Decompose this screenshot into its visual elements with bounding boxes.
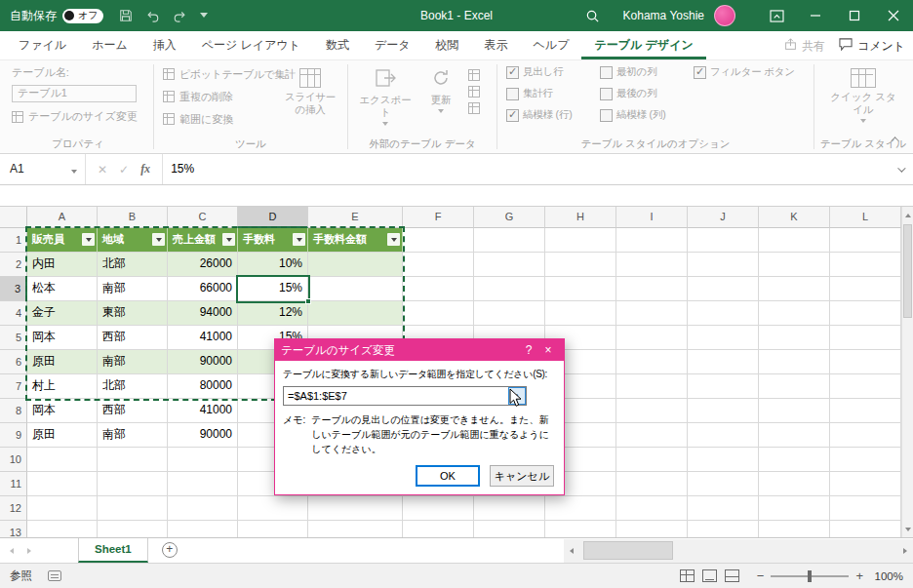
style-option-2[interactable]: 集計行 <box>506 87 594 100</box>
cell-F2[interactable] <box>403 253 474 277</box>
tab-テーブル デザイン[interactable]: テーブル デザイン <box>581 31 705 59</box>
quick-styles-button[interactable]: クイック スタイル <box>825 65 901 123</box>
cell-K4[interactable] <box>759 301 830 326</box>
cell-I1[interactable] <box>616 228 688 253</box>
row-header-13[interactable]: 13 <box>0 521 27 537</box>
horizontal-scrollbar-track[interactable] <box>579 539 897 563</box>
cell-F4[interactable] <box>403 301 474 326</box>
cell-B5[interactable]: 西部 <box>98 326 168 350</box>
add-sheet-button[interactable]: + <box>162 542 178 558</box>
cell-J3[interactable] <box>688 277 759 301</box>
cell-B13[interactable] <box>98 521 168 537</box>
collapse-ribbon-button[interactable] <box>890 134 903 145</box>
cell-K6[interactable] <box>759 350 830 374</box>
row-header-1[interactable]: 1 <box>0 228 27 253</box>
filter-button-E[interactable] <box>387 233 400 246</box>
redo-icon[interactable] <box>173 9 187 22</box>
open-in-browser-icon[interactable] <box>468 86 480 98</box>
tab-データ[interactable]: データ <box>362 31 423 59</box>
column-header-F[interactable]: F <box>403 207 474 228</box>
cell-C11[interactable] <box>168 472 238 496</box>
cell-E1[interactable]: 手数料金額 <box>308 228 403 253</box>
cell-B10[interactable] <box>98 448 168 472</box>
cell-D13[interactable] <box>238 521 308 537</box>
row-header-7[interactable]: 7 <box>0 374 27 399</box>
cell-L1[interactable] <box>830 228 901 253</box>
tab-挿入[interactable]: 挿入 <box>140 31 189 59</box>
column-header-L[interactable]: L <box>830 207 901 228</box>
style-option-6[interactable]: 縞模様 (列) <box>600 108 688 122</box>
remove-duplicates-button[interactable]: 重複の削除 <box>163 88 282 105</box>
cell-C10[interactable] <box>168 448 238 472</box>
summarize-pivot-button[interactable]: ピボットテーブルで集計 <box>163 65 282 83</box>
zoom-out-icon[interactable]: − <box>757 570 765 582</box>
cell-J13[interactable] <box>688 521 759 537</box>
cell-C3[interactable]: 66000 <box>168 277 238 301</box>
avatar[interactable] <box>714 5 735 26</box>
cell-H2[interactable] <box>545 253 616 277</box>
autosave-toggle[interactable]: 自動保存 オフ <box>10 8 103 24</box>
filter-button-D[interactable] <box>293 233 305 246</box>
column-header-H[interactable]: H <box>545 207 616 228</box>
cell-D4[interactable]: 12% <box>238 301 308 326</box>
style-option-4[interactable]: 最初の列 <box>600 65 688 79</box>
cell-A10[interactable] <box>27 448 98 472</box>
cell-C7[interactable]: 80000 <box>168 374 238 399</box>
page-break-view-icon[interactable] <box>725 569 739 582</box>
cell-D2[interactable]: 10% <box>238 253 308 277</box>
cell-J9[interactable] <box>688 423 759 448</box>
horizontal-scrollbar-thumb[interactable] <box>583 541 673 560</box>
cell-L9[interactable] <box>830 423 901 448</box>
cell-B2[interactable]: 北部 <box>98 253 168 277</box>
cell-L4[interactable] <box>830 301 901 326</box>
cell-F13[interactable] <box>403 521 474 537</box>
vertical-scrollbar-thumb[interactable] <box>903 224 912 318</box>
search-icon[interactable] <box>576 0 610 31</box>
cell-I3[interactable] <box>616 277 688 301</box>
normal-view-icon[interactable] <box>680 569 695 582</box>
cell-B7[interactable]: 北部 <box>98 374 168 399</box>
cell-I8[interactable] <box>616 399 688 423</box>
filter-button-C[interactable] <box>222 233 235 246</box>
select-all-corner[interactable] <box>0 207 27 228</box>
range-selector-icon[interactable]: ↑ <box>508 387 526 405</box>
cell-A12[interactable] <box>27 496 98 521</box>
cell-F12[interactable] <box>403 496 474 521</box>
cell-G2[interactable] <box>474 253 545 277</box>
cell-K5[interactable] <box>759 326 830 350</box>
cell-B6[interactable]: 南部 <box>98 350 168 374</box>
row-header-6[interactable]: 6 <box>0 350 27 374</box>
cell-G4[interactable] <box>474 301 545 326</box>
cell-F3[interactable] <box>403 277 474 301</box>
previous-sheet-icon[interactable] <box>10 548 14 554</box>
cell-I13[interactable] <box>616 521 688 537</box>
cell-G1[interactable] <box>474 228 545 253</box>
next-sheet-icon[interactable] <box>27 548 31 554</box>
cell-K13[interactable] <box>759 521 830 537</box>
close-icon[interactable] <box>874 0 913 31</box>
name-box[interactable]: A1 <box>0 154 86 184</box>
cell-A1[interactable]: 販売員 <box>27 228 98 253</box>
cell-J11[interactable] <box>688 472 759 496</box>
cell-L3[interactable] <box>830 277 901 301</box>
scroll-down-icon[interactable] <box>902 522 913 536</box>
cell-B9[interactable]: 南部 <box>98 423 168 448</box>
cell-I12[interactable] <box>616 496 688 521</box>
column-header-D[interactable]: D <box>238 207 308 228</box>
zoom-slider[interactable] <box>771 575 849 577</box>
zoom-level[interactable]: 100% <box>870 570 903 582</box>
cell-K2[interactable] <box>759 253 830 277</box>
cell-L8[interactable] <box>830 399 901 423</box>
column-header-E[interactable]: E <box>308 207 403 228</box>
sheet-tab-active[interactable]: Sheet1 <box>78 538 148 563</box>
cell-I11[interactable] <box>616 472 688 496</box>
cell-A3[interactable]: 松本 <box>27 277 98 301</box>
external-properties-icon[interactable] <box>468 69 480 81</box>
cell-C1[interactable]: 売上金額 <box>168 228 238 253</box>
cell-G13[interactable] <box>474 521 545 537</box>
cell-B3[interactable]: 南部 <box>98 277 168 301</box>
style-option-1[interactable]: 見出し行 <box>506 65 594 79</box>
cell-K12[interactable] <box>759 496 830 521</box>
maximize-icon[interactable] <box>835 0 874 31</box>
dialog-help-icon[interactable]: ? <box>519 343 538 357</box>
